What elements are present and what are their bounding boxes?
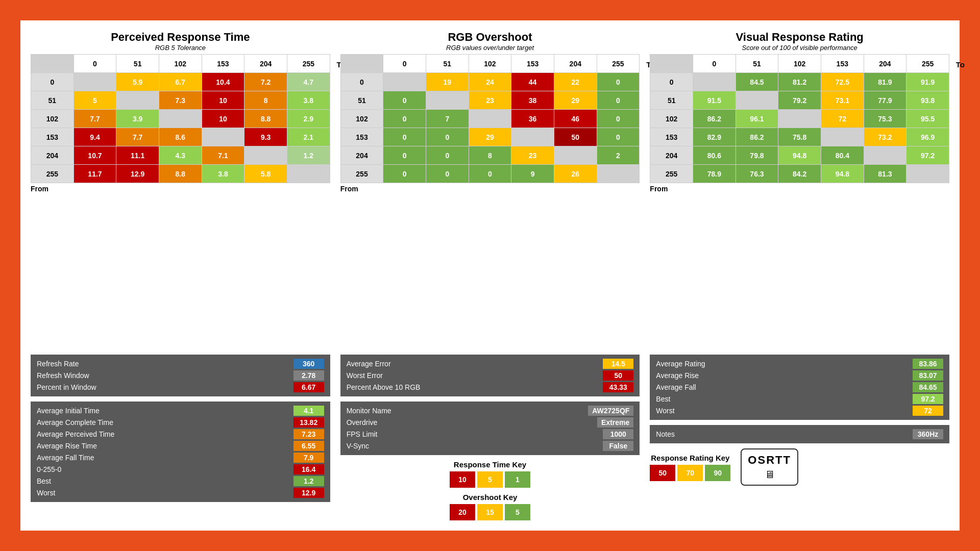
key-box: 90 (705, 465, 730, 481)
table-cell: 38 (511, 91, 554, 110)
response-rating-key-title: Response Rating Key (651, 454, 729, 462)
response-time-key-group: Response Time Key 1051 (340, 460, 640, 488)
table-corner (650, 55, 693, 73)
key-box: 5 (477, 471, 503, 488)
table-cell: 26 (554, 165, 597, 183)
percent-in-window-label: Percent in Window (37, 383, 96, 391)
table-row-header: 255 (340, 165, 383, 183)
table-row-header: 0 (650, 73, 693, 91)
refresh-window-label: Refresh Window (37, 371, 89, 380)
notes-box: Notes 360Hz (650, 425, 949, 443)
table-cell (469, 110, 511, 128)
table-col-header: 51 (426, 55, 469, 73)
worst-error-label: Worst Error (347, 371, 383, 380)
avg-rating-value: 83.86 (913, 359, 943, 369)
table-cell: 95.5 (906, 110, 949, 128)
table-cell: 7.1 (202, 146, 244, 165)
refresh-rate-row: Refresh Rate 360 (37, 359, 324, 369)
worst-value: 12.9 (293, 488, 324, 498)
monitor-name-label: Monitor Name (347, 407, 391, 415)
key-box: 1 (505, 471, 530, 488)
table-cell: 8.8 (159, 165, 202, 183)
top-section: Perceived Response Time RGB 5 Tolerance … (31, 31, 949, 349)
best-label: Best (37, 477, 51, 485)
table-row: 15382.986.275.873.296.9 (650, 128, 949, 146)
table-col-header: 0 (74, 55, 116, 73)
table-cell: 0 (426, 165, 469, 183)
best-rating-row: Best 97.2 (656, 394, 943, 404)
worst-rating-value: 72 (913, 406, 943, 416)
key-box: 10 (450, 471, 475, 488)
table-col-header: 204 (864, 55, 906, 73)
table-cell (821, 128, 864, 146)
table-cell: 0 (383, 165, 426, 183)
notes-row: Notes 360Hz (656, 429, 943, 439)
avg-rise-row: Average Rise Time 6.55 (37, 441, 324, 451)
table-cell: 8 (469, 146, 511, 165)
table-cell: 6.7 (159, 73, 202, 91)
avg-error-label: Average Error (347, 360, 391, 368)
osrtt-monitor-icon: 🖥 (765, 469, 775, 481)
table-cell: 0 (426, 146, 469, 165)
avg-rating-label: Average Rating (656, 360, 705, 368)
table-row-header: 51 (650, 91, 693, 110)
table-cell: 29 (554, 91, 597, 110)
table-cell: 2.9 (287, 110, 330, 128)
table-col-header: 102 (159, 55, 202, 73)
table-cell: 79.2 (778, 91, 821, 110)
table-cell: 75.8 (778, 128, 821, 146)
worst-rating-label: Worst (656, 407, 674, 415)
avg-complete-value: 13.82 (293, 417, 324, 428)
bottom-right: Average Rating 83.86 Average Rise 83.07 … (650, 355, 949, 520)
table-cell (864, 146, 906, 165)
table-cell: 11.1 (116, 146, 159, 165)
avg-fall-rating-label: Average Fall (656, 383, 696, 391)
notes-value: 360Hz (913, 429, 943, 439)
worst-rating-row: Worst 72 (656, 406, 943, 416)
table-cell: 10 (202, 110, 244, 128)
table-row: 204008232 (340, 146, 640, 165)
overshoot-table: 0511021532042550192444220510233829010207… (340, 54, 640, 183)
worst-row: Worst 12.9 (37, 488, 324, 498)
worst-label: Worst (37, 489, 55, 497)
avg-fall-rating-row: Average Fall 84.65 (656, 382, 943, 392)
table-cell: 0 (597, 128, 640, 146)
table-cell: 84.2 (778, 165, 821, 183)
table-cell: 5.9 (116, 73, 159, 91)
table-cell (778, 110, 821, 128)
percent-in-window-value: 6.67 (293, 382, 324, 392)
table-cell (74, 73, 116, 91)
table-cell (426, 91, 469, 110)
table-cell (511, 128, 554, 146)
worst-error-value: 50 (603, 370, 633, 381)
table-cell: 10.7 (74, 146, 116, 165)
table-col-header: 153 (821, 55, 864, 73)
table-cell (244, 146, 287, 165)
fps-limit-label: FPS Limit (347, 430, 378, 438)
avg-fall-rating-value: 84.65 (913, 382, 943, 392)
table-row-header: 102 (650, 110, 693, 128)
table-col-header: 204 (244, 55, 287, 73)
table-cell: 81.3 (864, 165, 906, 183)
response-time-key-boxes: 1051 (450, 471, 530, 488)
table-cell: 7.7 (74, 110, 116, 128)
table-cell: 79.8 (736, 146, 778, 165)
table-row-header: 102 (31, 110, 74, 128)
table-row: 20480.679.894.880.497.2 (650, 146, 949, 165)
table-cell: 1.2 (287, 146, 330, 165)
table-cell: 0 (383, 146, 426, 165)
prt-from-label: From (31, 185, 48, 193)
best-row: Best 1.2 (37, 476, 324, 486)
table-cell: 3.8 (287, 91, 330, 110)
monitor-info-box: Monitor Name AW2725QF Overdrive Extreme … (340, 402, 640, 455)
table-row: 10286.296.17275.395.5 (650, 110, 949, 128)
overshoot-key-boxes: 20155 (450, 504, 530, 520)
table-row-header: 102 (340, 110, 383, 128)
best-value: 1.2 (293, 476, 324, 486)
table-cell: 82.9 (693, 128, 736, 146)
table-col-header: 0 (383, 55, 426, 73)
table-cell: 96.1 (736, 110, 778, 128)
refresh-rate-value: 360 (293, 359, 324, 369)
table-row-header: 0 (340, 73, 383, 91)
avg-complete-row: Average Complete Time 13.82 (37, 417, 324, 428)
